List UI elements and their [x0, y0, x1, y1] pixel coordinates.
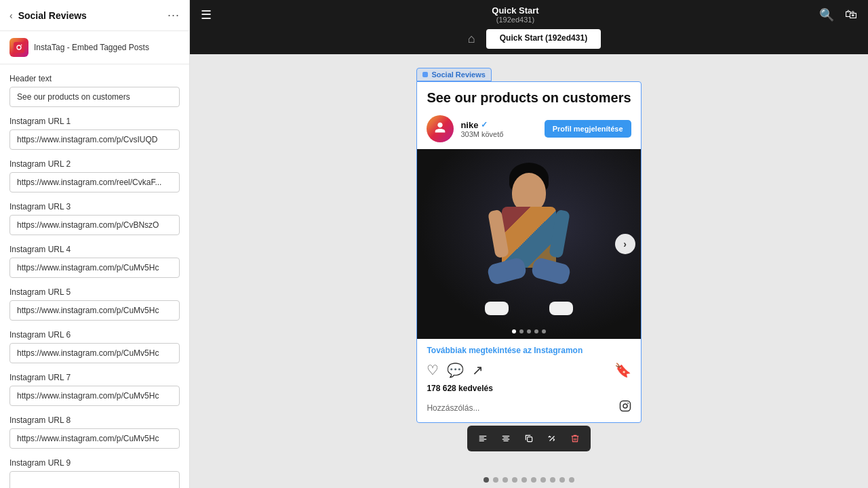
instagram-url-4-input[interactable]	[9, 258, 180, 278]
instagram-url-5-group: Instagram URL 5	[9, 287, 180, 321]
header-text-group: Header text	[9, 74, 180, 107]
instagram-url-3-input[interactable]	[9, 215, 180, 235]
preview-container: Social Reviews See our products on custo…	[410, 61, 648, 430]
svg-rect-6	[479, 436, 487, 436]
instagram-url-2-input[interactable]	[9, 172, 180, 192]
svg-point-2	[21, 45, 22, 46]
browser-title-main: Quick Start	[492, 5, 538, 16]
svg-rect-3	[620, 401, 630, 411]
tab-bar: ⌂ Quick Start (192ed431)	[190, 29, 868, 54]
search-icon[interactable]: 🔍	[819, 7, 834, 22]
post-image: ›	[417, 149, 640, 339]
page-dot-5[interactable]	[521, 477, 527, 483]
heart-icon[interactable]: ♡	[427, 362, 439, 378]
comment-icon[interactable]: 💬	[447, 362, 464, 378]
view-on-instagram-link[interactable]: Továbbiak megtekintése az Instagramon	[417, 339, 640, 359]
page-dot-1[interactable]	[484, 477, 489, 483]
social-reviews-card: See our products on customers nike ✓ 303…	[416, 81, 641, 423]
instagram-url-9-group: Instagram URL 9	[9, 458, 180, 488]
page-dot-9[interactable]	[559, 477, 565, 483]
svg-point-5	[627, 403, 629, 404]
comment-row: Hozzászólás...	[417, 397, 640, 422]
instagram-url-1-label: Instagram URL 1	[9, 117, 180, 126]
svg-rect-7	[479, 437, 484, 438]
panel-header: ‹ Social Reviews ···	[0, 0, 189, 31]
svg-point-4	[623, 404, 627, 408]
duplicate-button[interactable]	[520, 430, 538, 447]
instagram-icon	[619, 400, 631, 415]
profile-info: nike ✓ 303M követő	[460, 120, 537, 138]
instagram-url-2-group: Instagram URL 2	[9, 159, 180, 192]
browser-icons: 🔍 🛍	[819, 7, 857, 22]
left-leg	[486, 256, 528, 285]
instagram-url-7-input[interactable]	[9, 386, 180, 406]
profile-button[interactable]: Profil megjelenítése	[545, 120, 631, 138]
dot-2	[519, 329, 524, 333]
instagram-url-9-input[interactable]	[9, 471, 180, 488]
dot-3	[527, 329, 531, 333]
dot-4	[534, 329, 538, 333]
card-header-text: See our products on customers	[417, 82, 640, 111]
page-dot-4[interactable]	[512, 477, 517, 483]
instagram-url-5-label: Instagram URL 5	[9, 287, 180, 297]
instagram-url-3-label: Instagram URL 3	[9, 202, 180, 211]
widget-label: Social Reviews	[416, 68, 492, 81]
unlink-button[interactable]	[543, 430, 561, 447]
action-icons-left: ♡ 💬 ↗	[427, 362, 614, 378]
delete-block-button[interactable]	[566, 430, 584, 447]
page-dot-2[interactable]	[493, 477, 498, 483]
page-dot-6[interactable]	[531, 477, 536, 483]
comment-placeholder-text[interactable]: Hozzászólás...	[427, 403, 479, 413]
page-dot-8[interactable]	[550, 477, 555, 483]
instagram-url-2-label: Instagram URL 2	[9, 159, 180, 169]
instagram-url-4-group: Instagram URL 4	[9, 245, 180, 278]
carousel-next-button[interactable]: ›	[615, 234, 635, 254]
browser-title-sub: (192ed431)	[492, 16, 538, 24]
instagram-url-1-input[interactable]	[9, 129, 180, 150]
profile-name: nike ✓	[460, 120, 537, 130]
avatar	[427, 115, 454, 142]
browser-title: Quick Start (192ed431)	[492, 5, 538, 24]
svg-rect-9	[479, 441, 484, 441]
hamburger-icon[interactable]: ☰	[201, 7, 212, 22]
profile-row: nike ✓ 303M követő Profil megjelenítése	[417, 111, 640, 149]
profile-followers: 303M követő	[460, 130, 537, 138]
widget-label-dot	[422, 72, 428, 77]
more-options-icon[interactable]: ···	[167, 8, 180, 22]
tab-quick-start[interactable]: Quick Start (192ed431)	[486, 29, 601, 49]
right-leg	[530, 256, 572, 285]
bookmark-icon[interactable]: 🔖	[614, 362, 631, 378]
post-image-area: ›	[417, 149, 640, 339]
instagram-url-6-input[interactable]	[9, 343, 180, 363]
app-row: InstaTag - Embed Tagged Posts	[0, 31, 189, 64]
svg-rect-12	[502, 439, 510, 440]
left-panel: ‹ Social Reviews ···	[0, 0, 190, 488]
bottom-page-dots	[190, 472, 868, 488]
back-icon[interactable]: ‹	[9, 10, 13, 21]
instagram-url-8-input[interactable]	[9, 428, 180, 449]
page-dot-3[interactable]	[502, 477, 508, 483]
page-dot-7[interactable]	[540, 477, 546, 483]
instagram-url-7-group: Instagram URL 7	[9, 373, 180, 406]
verified-badge-icon: ✓	[481, 120, 488, 129]
post-actions: ♡ 💬 ↗ 🔖	[417, 359, 640, 381]
tab-home[interactable]: ⌂	[457, 29, 486, 49]
header-text-label: Header text	[9, 74, 180, 83]
cart-icon[interactable]: 🛍	[845, 7, 857, 22]
instagram-url-9-label: Instagram URL 9	[9, 458, 180, 468]
instagram-url-6-label: Instagram URL 6	[9, 330, 180, 340]
page-dot-10[interactable]	[569, 477, 574, 483]
torso	[502, 207, 556, 268]
dot-1	[512, 329, 516, 333]
share-icon[interactable]: ↗	[472, 362, 484, 378]
svg-rect-10	[502, 436, 510, 436]
align-center-button[interactable]	[497, 430, 515, 447]
instagram-url-5-input[interactable]	[9, 300, 180, 321]
carousel-dots	[512, 329, 546, 333]
svg-rect-8	[479, 439, 487, 440]
form-section: Header text Instagram URL 1 Instagram UR…	[0, 64, 189, 488]
svg-rect-0	[14, 42, 24, 53]
header-text-input[interactable]	[9, 87, 180, 107]
instagram-url-3-group: Instagram URL 3	[9, 202, 180, 235]
align-left-button[interactable]	[474, 430, 492, 447]
